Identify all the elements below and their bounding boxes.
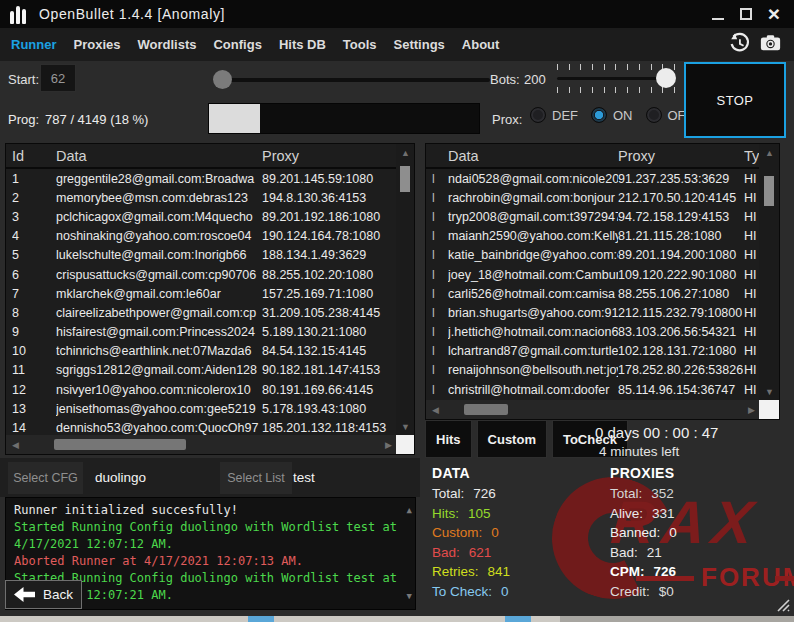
- table-row[interactable]: 8 claireelizabethpower@gmail.com:cp 31.2…: [6, 303, 398, 322]
- menu-item[interactable]: Hits DB: [279, 37, 326, 52]
- app-window: OpenBullet 1.4.4 [Anomaly] × RunnerProxi…: [0, 0, 794, 622]
- table-row[interactable]: 13 jenisethomas@yahoo.com:gee5219 5.178.…: [6, 399, 398, 418]
- table-row[interactable]: 5 lukelschulte@gmail.com:Inorigb66 188.1…: [6, 246, 398, 265]
- history-button[interactable]: [728, 32, 750, 58]
- log-line: Aborted Runner at 4/17/2021 12:07:13 AM.: [14, 553, 401, 570]
- scroll-left-icon[interactable]: ◀: [12, 441, 19, 450]
- log-line: Runner initialized succesfully!: [14, 502, 401, 519]
- table-row[interactable]: 9 hisfairest@gmail.com:Princess2024 5.18…: [6, 323, 398, 342]
- select-config-button[interactable]: Select CFG: [8, 462, 83, 494]
- arrow-left-icon: [14, 587, 35, 602]
- stat-row: Total:352: [610, 486, 677, 506]
- table-row[interactable]: l christrill@hotmail.com:doofer 85.114.9…: [426, 380, 761, 399]
- table-row[interactable]: l tryp2008@gmail.com:t3972947 94.72.158.…: [426, 207, 761, 226]
- scroll-up-icon[interactable]: ▲: [407, 502, 412, 519]
- column-header-id[interactable]: Id: [12, 148, 56, 164]
- screenshot-button[interactable]: [759, 32, 782, 58]
- progress-fill: [209, 104, 260, 133]
- scroll-down-icon[interactable]: ▼: [401, 423, 410, 432]
- menu-item[interactable]: Configs: [213, 37, 261, 52]
- elapsed-time: 0 days 00 : 00 : 47: [595, 424, 718, 441]
- close-button[interactable]: ×: [768, 4, 780, 24]
- column-header-proxy[interactable]: Proxy: [262, 148, 398, 164]
- vertical-scrollbar[interactable]: ▲ ▼: [396, 144, 414, 437]
- table-row[interactable]: l renaijohnson@bellsouth.net:joy 178.252…: [426, 361, 761, 380]
- radio-on[interactable]: [591, 107, 607, 123]
- menu-item[interactable]: Wordlists: [137, 37, 196, 52]
- scrollbar-corner: [396, 435, 414, 454]
- menu-item[interactable]: About: [462, 37, 500, 52]
- scroll-down-icon[interactable]: ▼: [407, 588, 412, 605]
- proxy-stats-title: PROXIES: [610, 465, 677, 481]
- scroll-right-icon[interactable]: ▶: [748, 406, 755, 415]
- scroll-right-icon[interactable]: ▶: [385, 441, 392, 450]
- scroll-left-icon[interactable]: ◀: [432, 406, 439, 415]
- column-header-proxy[interactable]: Proxy: [618, 148, 744, 164]
- openbullet-logo-icon: [10, 5, 26, 24]
- menu-item[interactable]: Tools: [343, 37, 377, 52]
- table-row[interactable]: 6 crispusattucks@gmail.com:cp90706 88.25…: [6, 265, 398, 284]
- progress-bar: [208, 103, 480, 134]
- time-remaining: 4 minutes left: [599, 444, 679, 459]
- table-row[interactable]: l katie_bainbridge@yahoo.com:c 89.201.19…: [426, 246, 761, 265]
- column-header-data[interactable]: Data: [56, 148, 262, 164]
- table-row[interactable]: l brian.shugarts@yahoo.com:911 212.115.2…: [426, 303, 761, 322]
- menu-item[interactable]: Proxies: [74, 37, 121, 52]
- scrollbar-thumb[interactable]: [764, 176, 774, 206]
- stat-row: Alive:331: [610, 506, 677, 526]
- scrollbar-thumb[interactable]: [464, 404, 508, 415]
- scroll-down-icon[interactable]: ▼: [765, 388, 774, 397]
- table-row[interactable]: 10 tchinrichs@earthlink.net:07Mazda6 84.…: [6, 342, 398, 361]
- radio-off[interactable]: [646, 107, 662, 123]
- column-header-data[interactable]: Data: [448, 148, 618, 164]
- start-slider-thumb[interactable]: [213, 70, 232, 89]
- table-row[interactable]: l carli526@hotmail.com:camisa 88.255.106…: [426, 284, 761, 303]
- results-tab-button[interactable]: Custom: [477, 420, 547, 458]
- table-row[interactable]: 1 greggentile28@gmail.com:Broadwa 89.201…: [6, 169, 398, 188]
- start-input[interactable]: [40, 64, 76, 92]
- menu-bar: RunnerProxiesWordlistsConfigsHits DBTool…: [0, 28, 794, 61]
- vertical-scrollbar[interactable]: ▲ ▼: [759, 144, 779, 402]
- table-row[interactable]: 11 sgriggs12812@gmail.com:Aiden128 90.18…: [6, 361, 398, 380]
- table-row[interactable]: 3 pclchicagox@gmail.com:M4quecho 89.201.…: [6, 207, 398, 226]
- table-row[interactable]: l joey_18@hotmail.com:Cambun 109.120.222…: [426, 265, 761, 284]
- radio-def[interactable]: [530, 107, 546, 123]
- radio-def-label: DEF: [552, 108, 578, 123]
- table-row[interactable]: l lchartrand87@gmail.com:turtle 102.128.…: [426, 342, 761, 361]
- table-row[interactable]: 12 nsivyer10@yahoo.com:nicolerox10 80.19…: [6, 380, 398, 399]
- proxy-mode-radios: DEF ON OFF: [530, 107, 707, 123]
- table-row[interactable]: l maianh2590@yahoo.com:Kelly 81.21.115.2…: [426, 227, 761, 246]
- menu-item[interactable]: Runner: [11, 37, 57, 52]
- results-tab-button[interactable]: Hits: [425, 420, 472, 458]
- stat-row: Total:726: [432, 486, 510, 506]
- start-label: Start:: [8, 72, 39, 87]
- resize-grip[interactable]: [774, 596, 790, 612]
- maximize-button[interactable]: [740, 8, 752, 20]
- scroll-up-icon[interactable]: ▲: [765, 149, 774, 158]
- progress-value: 787 / 4149 (18 %): [45, 112, 148, 127]
- table-row[interactable]: 7 mklarchek@gmail.com:le60ar 157.25.169.…: [6, 284, 398, 303]
- back-button-label: Back: [43, 587, 73, 602]
- stat-row: Retries:841: [432, 564, 510, 584]
- bots-slider-thumb[interactable]: [656, 68, 676, 88]
- back-button[interactable]: Back: [5, 580, 82, 609]
- horizontal-scrollbar[interactable]: ◀ ▶: [426, 400, 761, 419]
- table-row[interactable]: l j.hettich@hotmail.com:nacion6 83.103.2…: [426, 323, 761, 342]
- scrollbar-thumb[interactable]: [54, 439, 186, 450]
- history-icon: [728, 32, 750, 54]
- table-row[interactable]: l ndai0528@gmail.com:nicole20 91.237.235…: [426, 169, 761, 188]
- menu-item[interactable]: Settings: [394, 37, 445, 52]
- stop-button[interactable]: STOP: [684, 62, 786, 138]
- start-slider-track[interactable]: [216, 78, 490, 82]
- stat-row: Credit:$0: [610, 584, 677, 604]
- grid-header: Data Proxy Ty: [426, 144, 761, 169]
- camera-icon: [759, 32, 782, 54]
- minimize-button[interactable]: [712, 9, 724, 20]
- scroll-up-icon[interactable]: ▲: [401, 149, 410, 158]
- select-list-button[interactable]: Select List: [220, 462, 292, 494]
- table-row[interactable]: 4 noshinaking@yahoo.com:roscoe04 190.124…: [6, 227, 398, 246]
- horizontal-scrollbar[interactable]: ◀ ▶: [6, 435, 398, 454]
- table-row[interactable]: 2 memorybee@msn.com:debras123 194.8.130.…: [6, 188, 398, 207]
- scrollbar-thumb[interactable]: [400, 166, 410, 192]
- table-row[interactable]: l rachrobin@gmail.com:bonjour 212.170.50…: [426, 188, 761, 207]
